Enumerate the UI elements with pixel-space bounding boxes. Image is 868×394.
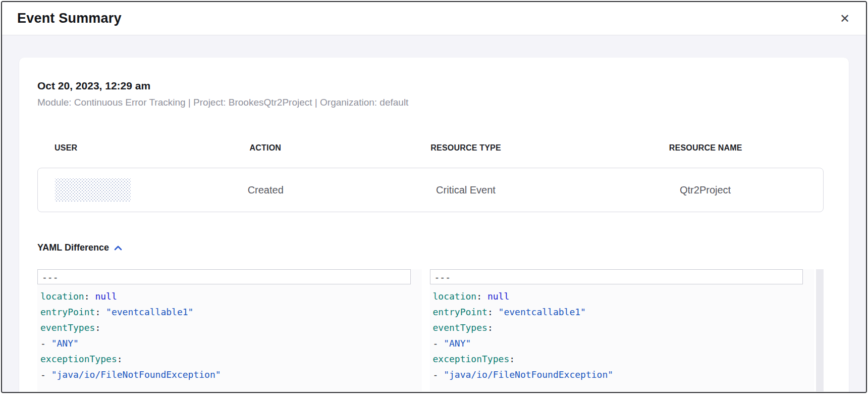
column-header-action: ACTION [187, 143, 344, 153]
modal-body: Oct 20, 2023, 12:29 am Module: Continuou… [2, 35, 866, 392]
action-cell: Created [187, 184, 344, 196]
event-meta: Module: Continuous Error Tracking | Proj… [37, 97, 824, 108]
yaml-document-start-right: --- [430, 269, 803, 284]
resource-name-cell: Qtr2Project [587, 184, 823, 196]
yaml-document-start-left: --- [37, 269, 411, 284]
yaml-code-left: location: nullentryPoint: "eventcallable… [37, 284, 422, 382]
chevron-up-icon [114, 245, 122, 251]
column-header-user: USER [37, 143, 187, 153]
column-header-resource-name: RESOURCE NAME [588, 143, 824, 153]
column-header-resource-type: RESOURCE TYPE [344, 143, 588, 153]
resource-type-cell: Critical Event [344, 184, 587, 196]
redacted-user-avatar [55, 178, 131, 202]
yaml-difference-label: YAML Difference [37, 242, 109, 253]
yaml-code-right: location: nullentryPoint: "eventcallable… [430, 284, 815, 382]
event-timestamp: Oct 20, 2023, 12:29 am [37, 80, 824, 92]
table-header-row: USER ACTION RESOURCE TYPE RESOURCE NAME [37, 143, 824, 153]
yaml-diff-panels: --- location: nullentryPoint: "eventcall… [37, 269, 824, 391]
modal-header: Event Summary ✕ [2, 2, 866, 35]
event-summary-modal: Event Summary ✕ Oct 20, 2023, 12:29 am M… [1, 1, 867, 393]
close-button[interactable]: ✕ [839, 11, 851, 27]
yaml-diff-pane-right: --- location: nullentryPoint: "eventcall… [430, 269, 815, 391]
yaml-diff-pane-left: --- location: nullentryPoint: "eventcall… [37, 269, 422, 391]
close-icon: ✕ [840, 12, 850, 25]
page-title: Event Summary [17, 11, 122, 26]
event-card: Oct 20, 2023, 12:29 am Module: Continuou… [19, 58, 849, 393]
user-cell [38, 178, 187, 202]
yaml-difference-toggle[interactable]: YAML Difference [37, 242, 122, 253]
diff-scrollbar[interactable] [816, 269, 824, 391]
table-row: Created Critical Event Qtr2Project [37, 168, 824, 212]
